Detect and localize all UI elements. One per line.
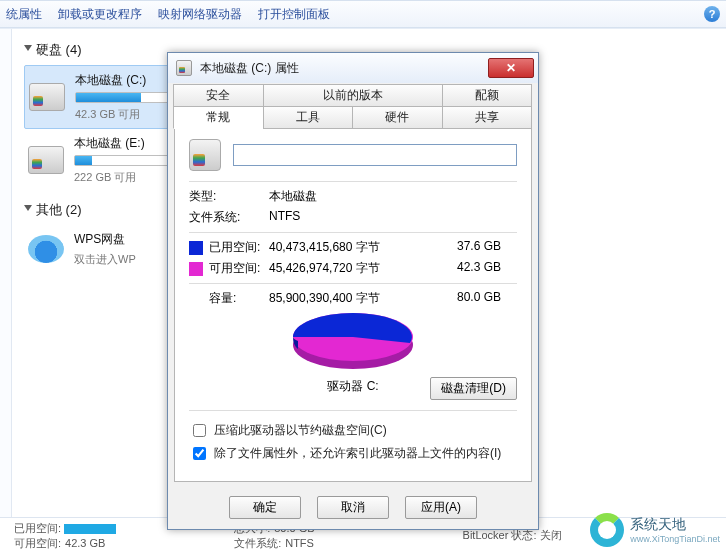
tab-tools[interactable]: 工具 — [263, 106, 354, 129]
properties-dialog: 本地磁盘 (C:) 属性 ✕ 安全 以前的版本 配额 常规 工具 硬件 共享 类… — [167, 52, 539, 530]
watermark-title: 系统天地 — [630, 516, 686, 532]
disclosure-triangle-icon — [24, 205, 32, 215]
ok-button[interactable]: 确定 — [229, 496, 301, 519]
used-bytes: 40,473,415,680 字节 — [269, 239, 457, 256]
used-color-swatch — [189, 241, 203, 255]
tab-hardware[interactable]: 硬件 — [352, 106, 443, 129]
tab-general-panel: 类型: 本地磁盘 文件系统: NTFS 已用空间: 40,473,415,680… — [174, 129, 532, 482]
usage-pie-chart — [189, 311, 517, 376]
close-button[interactable]: ✕ — [488, 58, 534, 78]
index-label: 除了文件属性外，还允许索引此驱动器上文件的内容(I) — [214, 445, 501, 462]
watermark-logo-icon — [590, 513, 624, 547]
fs-value: NTFS — [269, 209, 517, 226]
dialog-button-row: 确定 取消 应用(A) — [168, 488, 538, 529]
free-color-swatch — [189, 262, 203, 276]
help-icon[interactable]: ? — [704, 6, 720, 22]
type-label: 类型: — [189, 188, 269, 205]
status-fs-value: NTFS — [285, 537, 314, 549]
free-bytes: 45,426,974,720 字节 — [269, 260, 457, 277]
toolbar-system-properties[interactable]: 统属性 — [6, 6, 42, 23]
capacity-gb: 80.0 GB — [457, 290, 517, 307]
type-value: 本地磁盘 — [269, 188, 517, 205]
used-label: 已用空间: — [209, 240, 260, 254]
status-used-bar — [64, 524, 116, 534]
drive-icon — [189, 139, 221, 171]
status-free-value: 42.3 GB — [65, 537, 105, 549]
disclosure-triangle-icon — [24, 45, 32, 55]
status-free-label: 可用空间: — [14, 537, 61, 549]
capacity-label: 容量: — [189, 290, 269, 307]
section-drives-label: 硬盘 (4) — [36, 41, 82, 59]
explorer-toolbar: 统属性 卸载或更改程序 映射网络驱动器 打开控制面板 ? — [0, 0, 726, 28]
other-name: WPS网盘 — [74, 231, 136, 248]
dialog-title: 本地磁盘 (C:) 属性 — [200, 60, 480, 77]
toolbar-uninstall-programs[interactable]: 卸载或更改程序 — [58, 6, 142, 23]
drive-icon — [29, 83, 65, 111]
apply-button[interactable]: 应用(A) — [405, 496, 477, 519]
free-gb: 42.3 GB — [457, 260, 517, 277]
drive-icon — [176, 60, 192, 76]
watermark: 系统天地 www.XiTongTianDi.net — [590, 513, 720, 547]
dialog-titlebar[interactable]: 本地磁盘 (C:) 属性 ✕ — [168, 53, 538, 83]
other-detail: 双击进入WP — [74, 252, 136, 267]
status-used-label: 已用空间: — [14, 522, 61, 534]
tab-quota[interactable]: 配额 — [442, 84, 533, 107]
cloud-icon — [28, 235, 64, 263]
compress-checkbox[interactable] — [193, 424, 206, 437]
other-text: WPS网盘 双击进入WP — [74, 231, 136, 267]
status-fs-label: 文件系统: — [234, 537, 281, 549]
capacity-bytes: 85,900,390,400 字节 — [269, 290, 457, 307]
free-label: 可用空间: — [209, 261, 260, 275]
cancel-button[interactable]: 取消 — [317, 496, 389, 519]
tab-security[interactable]: 安全 — [173, 84, 264, 107]
drive-icon — [28, 146, 64, 174]
dialog-tabs: 安全 以前的版本 配额 常规 工具 硬件 共享 — [174, 85, 532, 129]
watermark-url: www.XiTongTianDi.net — [630, 534, 720, 544]
section-others-label: 其他 (2) — [36, 201, 82, 219]
fs-label: 文件系统: — [189, 209, 269, 226]
compress-label: 压缩此驱动器以节约磁盘空间(C) — [214, 422, 387, 439]
tab-previous-versions[interactable]: 以前的版本 — [263, 84, 443, 107]
toolbar-map-network-drive[interactable]: 映射网络驱动器 — [158, 6, 242, 23]
index-checkbox-row[interactable]: 除了文件属性外，还允许索引此驱动器上文件的内容(I) — [189, 444, 517, 463]
used-gb: 37.6 GB — [457, 239, 517, 256]
tab-general[interactable]: 常规 — [173, 106, 264, 129]
nav-pane — [0, 29, 12, 518]
compress-checkbox-row[interactable]: 压缩此驱动器以节约磁盘空间(C) — [189, 421, 517, 440]
index-checkbox[interactable] — [193, 447, 206, 460]
disk-cleanup-button[interactable]: 磁盘清理(D) — [430, 377, 517, 400]
status-bitlocker: BitLocker 状态: 关闭 — [463, 528, 562, 543]
volume-label-input[interactable] — [233, 144, 517, 166]
tab-sharing[interactable]: 共享 — [442, 106, 533, 129]
toolbar-open-control-panel[interactable]: 打开控制面板 — [258, 6, 330, 23]
